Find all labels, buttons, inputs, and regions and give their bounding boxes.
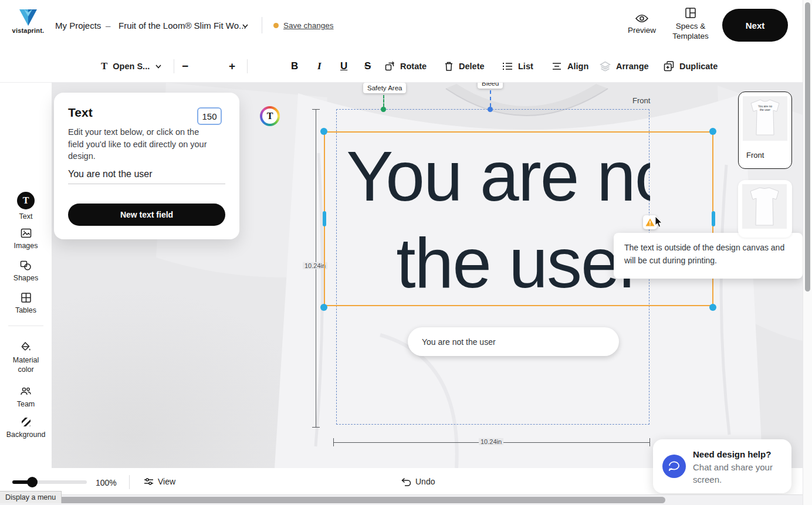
trash-icon — [444, 61, 454, 72]
text-field-input[interactable] — [68, 164, 225, 184]
delete-button[interactable]: Delete — [444, 61, 485, 72]
resize-handle-bottom-left[interactable] — [320, 304, 327, 311]
undo-button[interactable]: Undo — [401, 477, 435, 486]
specs-templates-button[interactable]: Specs & Templates — [669, 7, 712, 42]
safety-area-label: Safety Area — [363, 83, 406, 93]
format-toolbar: T Open S... − 150 + T B I U S Rotate Del… — [0, 50, 812, 83]
sidebar-item-shapes[interactable]: Shapes — [0, 259, 52, 283]
font-size-decrease-button[interactable]: − — [182, 60, 188, 73]
vertical-scrollbar[interactable] — [803, 0, 812, 505]
breadcrumb-my-projects[interactable]: My Projects — [55, 21, 101, 30]
sidebar-item-background[interactable]: Background — [0, 416, 52, 440]
thumbnail-back-image — [742, 184, 787, 229]
rotate-button[interactable]: Rotate — [384, 61, 427, 72]
arrange-button[interactable]: Arrange — [600, 61, 649, 71]
font-icon: T — [101, 60, 107, 72]
next-button[interactable]: Next — [722, 9, 788, 42]
resize-handle-top-right[interactable] — [709, 128, 716, 135]
duplicate-label: Duplicate — [679, 62, 718, 71]
tables-icon — [20, 292, 32, 303]
align-label: Align — [567, 62, 588, 71]
align-icon — [552, 62, 562, 70]
project-dropdown-chevron-icon[interactable] — [242, 22, 249, 29]
font-size-increase-button[interactable]: + — [229, 60, 235, 73]
zoom-slider-track[interactable] — [12, 480, 87, 484]
vistaprint-logo-icon — [18, 8, 38, 27]
material-color-icon — [20, 341, 32, 353]
specs-templates-icon — [685, 7, 696, 19]
project-name[interactable]: Fruit of the Loom® Slim Fit Wo... — [119, 21, 246, 30]
horizontal-ruler-tick-right — [649, 438, 650, 446]
font-size-input[interactable]: 150 — [197, 107, 222, 125]
view-options-icon — [144, 477, 154, 486]
shapes-icon — [20, 259, 32, 271]
safety-area-dot — [381, 107, 386, 112]
resize-handle-top-left[interactable] — [320, 128, 327, 135]
rotate-icon — [384, 61, 395, 72]
chat-bubble-icon — [668, 461, 680, 472]
app-header: vistaprint. My Projects – Fruit of the L… — [0, 0, 812, 50]
sidebar-item-team[interactable]: Team — [0, 385, 52, 409]
resize-handle-left[interactable] — [323, 211, 326, 226]
sidebar-divider — [8, 326, 43, 326]
zoom-slider-thumb[interactable] — [27, 477, 38, 487]
rotate-label: Rotate — [400, 62, 427, 71]
inline-text-field[interactable]: You are not the user — [408, 327, 619, 356]
list-label: List — [518, 62, 533, 71]
sidebar-item-label: Team — [17, 400, 35, 409]
sidebar-item-label: Tables — [15, 306, 36, 316]
save-changes-link: Save changes — [283, 21, 334, 30]
safety-area-connector — [383, 95, 384, 107]
width-dimension: 10.24in — [479, 438, 503, 445]
help-chat-card[interactable]: Need design help? Chat and share your sc… — [653, 439, 791, 493]
page-thumbnail-front[interactable]: You are nothe user Front — [738, 91, 792, 169]
underline-button[interactable]: U — [340, 60, 347, 72]
sidebar-item-images[interactable]: Images — [0, 227, 52, 251]
view-button[interactable]: View — [144, 477, 175, 486]
font-family-value: Open S... — [113, 62, 150, 71]
bleed-dot — [488, 107, 493, 112]
inline-text-field-value: You are not the user — [422, 337, 496, 347]
text-panel-description: Edit your text below, or click on the fi… — [68, 126, 215, 162]
preview-button[interactable]: Preview — [625, 14, 658, 36]
new-text-field-button[interactable]: New text field — [68, 204, 225, 226]
vertical-scrollbar-thumb[interactable] — [805, 2, 810, 292]
page-thumbnail-back[interactable] — [738, 180, 792, 238]
browser-status-tooltip: Display a menu — [0, 491, 62, 503]
breadcrumb-separator: – — [106, 21, 110, 30]
duplicate-button[interactable]: Duplicate — [664, 61, 718, 72]
align-button[interactable]: Align — [552, 62, 588, 71]
left-sidebar: T Text Images Shapes Tables Material col… — [0, 83, 52, 468]
vertical-ruler-line2 — [316, 273, 316, 427]
duplicate-icon — [664, 61, 674, 72]
sidebar-item-label: Background — [6, 431, 46, 440]
save-changes[interactable]: Save changes — [273, 21, 334, 30]
warning-tooltip: The text is outside of the design canvas… — [614, 233, 803, 279]
undo-label: Undo — [415, 477, 435, 486]
sidebar-item-label: Material color — [8, 356, 43, 374]
chat-button[interactable] — [662, 455, 686, 478]
background-icon — [20, 416, 32, 428]
italic-button[interactable]: I — [317, 60, 322, 72]
horizontal-scrollbar-thumb[interactable] — [56, 497, 665, 503]
text-color-button[interactable]: T — [260, 106, 280, 126]
bleed-connector — [490, 90, 491, 107]
sidebar-item-material-color[interactable]: Material color — [0, 341, 52, 374]
list-button[interactable]: List — [502, 62, 533, 71]
sidebar-item-text[interactable]: T Text — [0, 192, 52, 222]
resize-handle-right[interactable] — [712, 211, 715, 226]
bottom-bar-divider — [129, 475, 130, 489]
vistaprint-logo[interactable]: vistaprint. — [11, 8, 46, 34]
horizontal-scrollbar[interactable] — [0, 494, 812, 505]
thumbnail-front-label: Front — [746, 151, 764, 160]
resize-handle-bottom-right[interactable] — [709, 304, 716, 311]
sidebar-item-tables[interactable]: Tables — [0, 292, 52, 316]
images-icon — [20, 227, 32, 239]
font-family-selector[interactable]: T Open S... — [101, 60, 162, 72]
canvas-side-label: Front — [632, 96, 650, 105]
bold-button[interactable]: B — [291, 60, 298, 72]
strikethrough-button[interactable]: S — [364, 60, 371, 72]
sidebar-item-label: Shapes — [13, 274, 38, 283]
chat-body: Chat and share your screen. — [693, 462, 781, 486]
sidebar-item-label: Text — [19, 212, 33, 222]
